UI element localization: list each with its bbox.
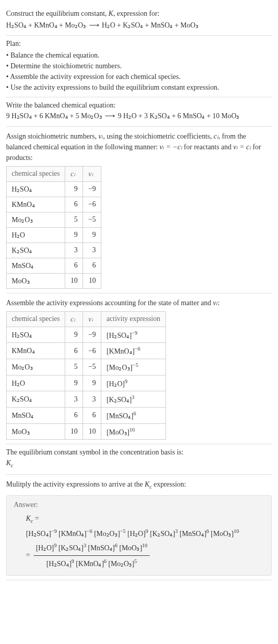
term: [K₂SO₄]3	[59, 544, 87, 552]
stoich-text1: Assign stoichiometric numbers,	[6, 132, 98, 140]
col-species: chemical species	[7, 311, 65, 327]
stoich-rel1: νᵢ = −cᵢ	[159, 143, 182, 151]
plan-list: • Balance the chemical equation. • Deter…	[6, 50, 272, 93]
cell-nu: −5	[83, 212, 101, 227]
term-base: [Mo₂O₃]	[94, 530, 120, 538]
term: [H₂SO₄]9	[46, 560, 74, 568]
balanced-section: Write the balanced chemical equation: 9 …	[6, 97, 272, 126]
kc-k: K	[145, 480, 149, 488]
col-species: chemical species	[7, 166, 65, 181]
term-pow: 9	[54, 543, 57, 548]
term-base: [MnSO₄]	[180, 530, 207, 538]
answer-box: Answer: Kc = [H₂SO₄]−9 [KMnO₄]−6 [Mo₂O₃]…	[6, 495, 272, 576]
table-row: K₂SO₄33	[7, 243, 101, 258]
term: [H₂O]9	[36, 544, 57, 552]
cell-species: H₂SO₄	[7, 181, 65, 197]
table-row: MoO₃1010[MoO₃]10	[7, 423, 166, 440]
cell-species: Mo₂O₃	[7, 359, 65, 375]
expr-base: [K₂SO₄]	[106, 396, 131, 404]
expr-pow: −5	[132, 362, 138, 368]
expr-base: [Mo₂O₃]	[106, 364, 132, 371]
prompt-text: Construct the equilibrium constant, K, e…	[6, 8, 272, 19]
stoich-text4: for reactants and	[182, 143, 233, 151]
multiply-kc: Kc	[145, 480, 152, 488]
stoich-rel2: νᵢ = cᵢ	[233, 143, 251, 151]
plan-section: Plan: • Balance the chemical equation. •…	[6, 36, 272, 97]
kc-sub: c	[11, 463, 13, 468]
activity-heading: Assemble the activity expressions accoun…	[6, 298, 272, 308]
expr-pow: −6	[134, 346, 140, 352]
cell-c: 9	[65, 327, 83, 343]
cell-species: MnSO₄	[7, 258, 65, 273]
prompt-line1b: , expression for:	[113, 10, 159, 17]
col-nu: νᵢ	[83, 311, 101, 327]
cell-species: H₂O	[7, 227, 65, 243]
arrow-icon: ⟶	[89, 20, 99, 31]
stoich-text: Assign stoichiometric numbers, νᵢ, using…	[6, 131, 272, 163]
cell-expr: [MoO₃]10	[101, 423, 165, 440]
symbol-section: The equilibrium constant symbol in the c…	[6, 444, 272, 475]
answer-fraction-line: = [H₂O]9 [K₂SO₄]3 [MnSO₄]6 [MoO₃]10 [H₂S…	[26, 541, 264, 570]
table-row: MnSO₄66[MnSO₄]6	[7, 408, 166, 424]
eq2: =	[26, 551, 32, 559]
cell-species: MnSO₄	[7, 408, 65, 424]
col-nu: νᵢ	[83, 166, 101, 181]
table-row: Mo₂O₃5−5	[7, 212, 101, 227]
multiply-text1: Mulitply the activity expressions to arr…	[6, 480, 145, 488]
table-row: K₂SO₄33[K₂SO₄]3	[7, 391, 166, 408]
cell-c: 9	[65, 227, 83, 243]
term: [MoO₃]10	[119, 544, 147, 552]
eq-lhs: H₂SO₄ + KMnO₄ + Mo₂O₃	[6, 21, 86, 29]
cell-nu: −5	[83, 359, 101, 375]
expr-pow: 6	[133, 411, 136, 416]
term-base: [K₂SO₄]	[59, 544, 84, 552]
fraction: [H₂O]9 [K₂SO₄]3 [MnSO₄]6 [MoO₃]10 [H₂SO₄…	[34, 541, 149, 570]
balanced-rhs: 9 H₂O + 3 K₂SO₄ + 6 MnSO₄ + 10 MoO₃	[118, 112, 240, 120]
expr-base: [KMnO₄]	[106, 347, 134, 355]
expr-pow: 3	[132, 394, 134, 400]
cell-c: 6	[65, 197, 83, 212]
cell-nu: 10	[83, 423, 101, 440]
cell-expr: [H₂SO₄]−9	[101, 327, 165, 343]
cell-species: KMnO₄	[7, 197, 65, 212]
answer-product: [H₂SO₄]−9 [KMnO₄]−6 [Mo₂O₃]−5 [H₂O]9 [K₂…	[26, 527, 264, 540]
cell-species: Mo₂O₃	[7, 212, 65, 227]
cell-species: K₂SO₄	[7, 391, 65, 408]
cell-nu: −9	[83, 327, 101, 343]
term-pow: 6	[104, 558, 106, 564]
plan-item: • Determine the stoichiometric numbers.	[6, 61, 272, 71]
expr-pow: 9	[125, 379, 127, 384]
term: [KMnO₄]−6	[59, 530, 92, 538]
prompt-k: K	[108, 10, 113, 17]
cell-c: 5	[65, 212, 83, 227]
term-pow: 10	[142, 543, 148, 548]
activity-heading-text: Assemble the activity expressions accoun…	[6, 299, 213, 307]
plan-item: • Assemble the activity expression for e…	[6, 71, 272, 82]
cell-species: KMnO₄	[7, 343, 65, 359]
term-pow: 9	[146, 528, 148, 534]
term-pow: 9	[71, 558, 74, 564]
term-pow: −9	[51, 528, 57, 534]
term: [MnSO₄]6	[88, 544, 118, 552]
col-ci: cᵢ	[65, 166, 83, 181]
cell-expr: [H₂O]9	[101, 375, 165, 391]
cell-species: H₂O	[7, 375, 65, 391]
cell-c: 6	[65, 258, 83, 273]
expr-base: [MoO₃]	[106, 428, 129, 436]
multiply-heading: Mulitply the activity expressions to arr…	[6, 479, 272, 491]
term-pow: 3	[175, 528, 178, 534]
expr-pow: 10	[129, 427, 135, 433]
balanced-lhs: 9 H₂SO₄ + 6 KMnO₄ + 5 Mo₂O₃	[6, 112, 102, 120]
table-row: MoO₃1010	[7, 273, 101, 288]
cell-expr: [MnSO₄]6	[101, 408, 165, 424]
term-base: [H₂SO₄]	[26, 530, 51, 538]
term-pow: 10	[234, 528, 239, 534]
term: [K₂SO₄]3	[150, 530, 178, 538]
cell-species: K₂SO₄	[7, 243, 65, 258]
term-pow: 3	[84, 543, 86, 548]
term: [MnSO₄]6	[180, 530, 209, 538]
prompt-line1: Construct the equilibrium constant,	[6, 10, 108, 17]
cell-nu: −6	[83, 197, 101, 212]
eq: =	[33, 515, 39, 522]
expr-pow: −9	[132, 330, 137, 336]
